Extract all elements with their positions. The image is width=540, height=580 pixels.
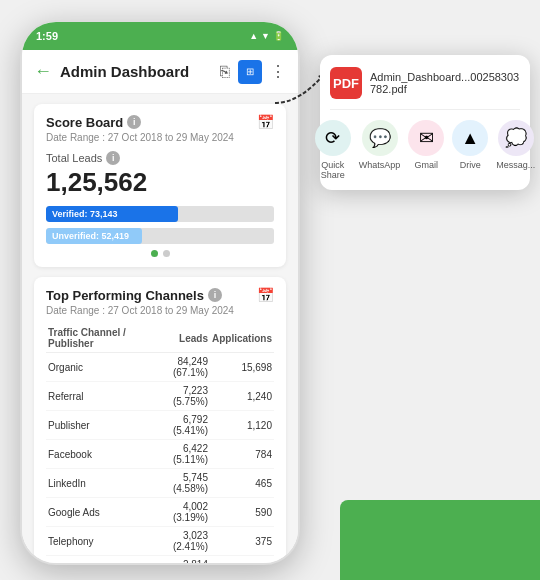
verified-progress-row: Verified: 73,143 — [46, 206, 274, 222]
quick-share-label: Quick Share — [315, 160, 351, 180]
share-apps-row: ⟳Quick Share💬WhatsApp✉Gmail▲Drive💭Messag… — [330, 120, 520, 180]
status-time: 1:59 — [36, 30, 58, 42]
share-popup: PDF Admin_Dashboard...00258303782.pdf ⟳Q… — [320, 55, 530, 190]
drive-icon: ▲ — [452, 120, 488, 156]
signal-icon: ▲ — [249, 31, 258, 41]
cell-channel: Facebook — [46, 440, 149, 469]
table-row: Live Session2,814 (2.24%)378 — [46, 556, 274, 564]
verified-progress-fill: Verified: 73,143 — [46, 206, 178, 222]
share-app-quick-share[interactable]: ⟳Quick Share — [315, 120, 351, 180]
cell-channel: Organic — [46, 353, 149, 382]
page-title: Admin Dashboard — [60, 63, 212, 80]
channels-info-icon[interactable]: i — [208, 288, 222, 302]
cell-leads: 4,002 (3.19%) — [149, 498, 210, 527]
cell-applications: 590 — [210, 498, 274, 527]
unverified-value: Unverified: 52,419 — [52, 231, 129, 241]
table-row: Facebook6,422 (5.11%)784 — [46, 440, 274, 469]
cell-applications: 784 — [210, 440, 274, 469]
table-row: Google Ads4,002 (3.19%)590 — [46, 498, 274, 527]
cell-applications: 15,698 — [210, 353, 274, 382]
table-header-row: Traffic Channel / Publisher Leads Applic… — [46, 324, 274, 353]
channels-date-range: Date Range : 27 Oct 2018 to 29 May 2024 — [46, 305, 274, 316]
gmail-icon: ✉ — [408, 120, 444, 156]
verified-value: Verified: 73,143 — [52, 209, 118, 219]
table-row: LinkedIn5,745 (4.58%)465 — [46, 469, 274, 498]
quick-share-icon: ⟳ — [315, 120, 351, 156]
cell-channel: Telephony — [46, 527, 149, 556]
unverified-progress-row: Unverified: 52,419 — [46, 228, 274, 244]
cell-applications: 1,120 — [210, 411, 274, 440]
cell-channel: LinkedIn — [46, 469, 149, 498]
col-applications: Applications — [210, 324, 274, 353]
cell-leads: 3,023 (2.41%) — [149, 527, 210, 556]
app-bar: ← Admin Dashboard ⎘ ⊞ ⋮ — [22, 50, 298, 94]
cell-leads: 6,792 (5.41%) — [149, 411, 210, 440]
back-button[interactable]: ← — [34, 61, 52, 82]
share-app-messag...[interactable]: 💭Messag... — [496, 120, 535, 180]
cell-applications: 378 — [210, 556, 274, 564]
table-row: Publisher6,792 (5.41%)1,120 — [46, 411, 274, 440]
scoreboard-title-row: Score Board i — [46, 115, 141, 130]
battery-icon: 🔋 — [273, 31, 284, 41]
cell-applications: 375 — [210, 527, 274, 556]
grid-icon[interactable]: ⊞ — [238, 60, 262, 84]
cell-leads: 6,422 (5.11%) — [149, 440, 210, 469]
messag...-icon: 💭 — [498, 120, 534, 156]
cell-leads: 7,223 (5.75%) — [149, 382, 210, 411]
scoreboard-date-range: Date Range : 27 Oct 2018 to 29 May 2024 — [46, 132, 274, 143]
phone-frame: 1:59 ▲ ▼ 🔋 ← Admin Dashboard ⎘ ⊞ ⋮ Score… — [20, 20, 300, 565]
total-leads-label: Total Leads i — [46, 151, 274, 165]
share-file-row: PDF Admin_Dashboard...00258303782.pdf — [330, 67, 520, 110]
total-leads-value: 1,25,562 — [46, 167, 274, 198]
cell-channel: Live Session — [46, 556, 149, 564]
scoreboard-card: Score Board i 📅 Date Range : 27 Oct 2018… — [34, 104, 286, 267]
table-row: Referral7,223 (5.75%)1,240 — [46, 382, 274, 411]
cell-applications: 1,240 — [210, 382, 274, 411]
cell-channel: Publisher — [46, 411, 149, 440]
share-icon[interactable]: ⎘ — [220, 63, 230, 81]
scoreboard-calendar-icon[interactable]: 📅 — [257, 114, 274, 130]
channels-title: Top Performing Channels — [46, 288, 204, 303]
share-app-drive[interactable]: ▲Drive — [452, 120, 488, 180]
share-filename: Admin_Dashboard...00258303782.pdf — [370, 71, 520, 95]
cell-leads: 84,249 (67.1%) — [149, 353, 210, 382]
cell-applications: 465 — [210, 469, 274, 498]
status-icons: ▲ ▼ 🔋 — [249, 31, 284, 41]
whatsapp-icon: 💬 — [362, 120, 398, 156]
drive-label: Drive — [460, 160, 481, 170]
pdf-icon: PDF — [330, 67, 362, 99]
wifi-icon: ▼ — [261, 31, 270, 41]
dot-2[interactable] — [163, 250, 170, 257]
cell-leads: 5,745 (4.58%) — [149, 469, 210, 498]
status-bar: 1:59 ▲ ▼ 🔋 — [22, 22, 298, 50]
table-row: Organic84,249 (67.1%)15,698 — [46, 353, 274, 382]
carousel-dots — [46, 250, 274, 257]
share-app-whatsapp[interactable]: 💬WhatsApp — [359, 120, 401, 180]
dot-1[interactable] — [151, 250, 158, 257]
col-leads: Leads — [149, 324, 210, 353]
table-row: Telephony3,023 (2.41%)375 — [46, 527, 274, 556]
gmail-label: Gmail — [415, 160, 439, 170]
col-channel: Traffic Channel / Publisher — [46, 324, 149, 353]
cell-channel: Google Ads — [46, 498, 149, 527]
channels-header: Top Performing Channels i 📅 — [46, 287, 274, 303]
channels-table: Traffic Channel / Publisher Leads Applic… — [46, 324, 274, 563]
channels-card: Top Performing Channels i 📅 Date Range :… — [34, 277, 286, 563]
verified-progress-bg: Verified: 73,143 — [46, 206, 274, 222]
bg-accent — [340, 500, 540, 580]
unverified-progress-fill: Unverified: 52,419 — [46, 228, 142, 244]
scoreboard-header: Score Board i 📅 — [46, 114, 274, 130]
scoreboard-info-icon[interactable]: i — [127, 115, 141, 129]
channels-title-row: Top Performing Channels i — [46, 288, 222, 303]
scoreboard-title: Score Board — [46, 115, 123, 130]
cell-channel: Referral — [46, 382, 149, 411]
channels-calendar-icon[interactable]: 📅 — [257, 287, 274, 303]
leads-info-icon[interactable]: i — [106, 151, 120, 165]
phone-content: Score Board i 📅 Date Range : 27 Oct 2018… — [22, 94, 298, 563]
whatsapp-label: WhatsApp — [359, 160, 401, 170]
cell-leads: 2,814 (2.24%) — [149, 556, 210, 564]
unverified-progress-bg: Unverified: 52,419 — [46, 228, 274, 244]
messag...-label: Messag... — [496, 160, 535, 170]
share-app-gmail[interactable]: ✉Gmail — [408, 120, 444, 180]
